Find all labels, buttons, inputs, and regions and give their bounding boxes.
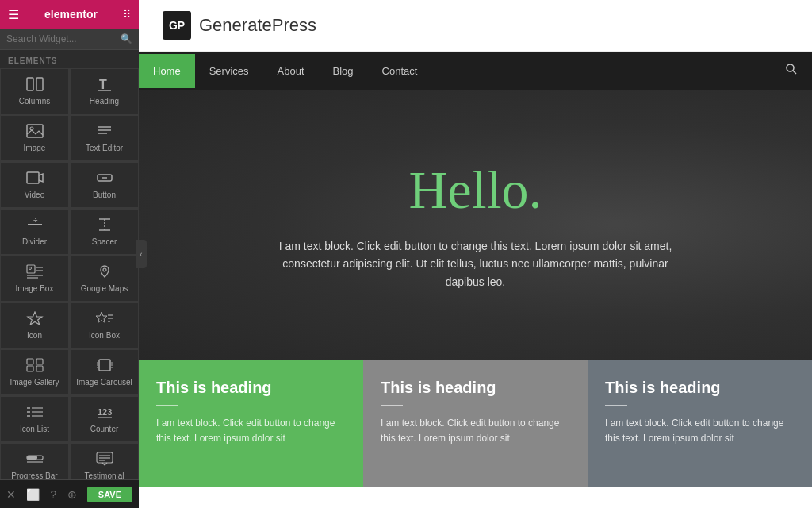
progress-bar-label: Progress Bar (11, 471, 57, 479)
hero-text: I am text block. Click edit button to ch… (270, 237, 682, 291)
site-header: GP GeneratePress (139, 0, 812, 52)
collapse-arrow-icon: ‹ (140, 250, 142, 259)
image-gallery-icon (26, 358, 44, 375)
heading-label: Heading (90, 97, 119, 106)
element-image-gallery[interactable]: Image Gallery (0, 349, 69, 395)
hero-section: Hello. I am text block. Click edit butto… (139, 90, 812, 360)
svg-rect-49 (27, 456, 37, 460)
hero-title: Hello. (270, 159, 682, 221)
image-box-icon (26, 264, 44, 281)
element-video[interactable]: Video (0, 162, 69, 208)
google-maps-label: Google Maps (81, 284, 128, 293)
nav-item-blog[interactable]: Blog (319, 54, 368, 88)
search-input[interactable] (6, 33, 109, 44)
svg-rect-30 (36, 359, 43, 364)
counter-icon: 123 (96, 405, 113, 421)
svg-point-23 (103, 268, 106, 271)
element-image-carousel[interactable]: Image Carousel (70, 349, 139, 395)
counter-label: Counter (90, 425, 119, 433)
svg-rect-32 (36, 366, 43, 371)
card-1-divider (156, 405, 178, 406)
image-carousel-label: Image Carousel (76, 378, 132, 387)
site-name: GeneratePress (199, 15, 316, 36)
element-text-editor[interactable]: Text Editor (70, 115, 139, 161)
nav-item-contact[interactable]: Contact (368, 54, 432, 88)
search-bar: 🔍 (0, 29, 139, 50)
testimonial-icon (96, 452, 113, 468)
element-icon-list[interactable]: Icon List (0, 396, 69, 442)
element-counter[interactable]: 123 Counter (70, 396, 139, 442)
hamburger-icon[interactable]: ☰ (8, 7, 19, 22)
nav-item-about[interactable]: About (263, 54, 319, 88)
svg-text:÷: ÷ (33, 217, 38, 225)
close-icon[interactable]: ✕ (6, 488, 16, 501)
image-label: Image (24, 144, 46, 152)
svg-rect-4 (27, 125, 43, 137)
help-icon[interactable]: ? (51, 488, 57, 501)
main-content: GP GeneratePress Home Services About Blo… (139, 0, 812, 508)
card-3-heading: This is heading (605, 379, 795, 397)
icon-box-icon (96, 311, 113, 328)
sidebar-title: elementor (44, 8, 98, 21)
hero-content: Hello. I am text block. Click edit butto… (238, 159, 714, 291)
card-1-text: I am text block. Click edit button to ch… (156, 416, 346, 446)
site-nav: Home Services About Blog Contact (139, 52, 812, 90)
nav-item-home[interactable]: Home (139, 54, 195, 88)
text-editor-icon (96, 124, 113, 140)
svg-rect-33 (99, 360, 110, 371)
layout-icon[interactable]: ⬜ (26, 488, 40, 501)
card-3: This is heading I am text block. Click e… (588, 360, 812, 487)
settings-icon[interactable]: ⊕ (67, 488, 77, 501)
grid-icon[interactable]: ⠿ (123, 8, 131, 21)
google-maps-icon (96, 264, 113, 281)
nav-search-icon[interactable] (771, 52, 812, 90)
svg-rect-29 (27, 359, 33, 364)
element-image[interactable]: Image (0, 115, 69, 161)
card-1-heading: This is heading (156, 379, 346, 397)
testimonial-label: Testimonial (84, 471, 124, 479)
button-label: Button (93, 190, 116, 199)
element-icon[interactable]: Icon (0, 302, 69, 348)
heading-icon: T (96, 77, 113, 94)
spacer-label: Spacer (92, 237, 117, 246)
image-icon (26, 124, 44, 140)
icon-list-icon (26, 405, 44, 421)
card-3-text: I am text block. Click edit button to ch… (605, 416, 795, 446)
svg-rect-1 (36, 78, 43, 90)
sidebar: ☰ elementor ⠿ 🔍 ELEMENTS Columns (0, 0, 139, 508)
element-progress-bar[interactable]: Progress Bar (0, 443, 69, 479)
card-1: This is heading I am text block. Click e… (139, 360, 363, 487)
element-google-maps[interactable]: Google Maps (70, 256, 139, 302)
save-button[interactable]: SAVE (87, 487, 132, 502)
columns-label: Columns (19, 97, 50, 106)
element-heading[interactable]: T Heading (70, 68, 139, 114)
svg-rect-31 (27, 366, 33, 371)
collapse-handle[interactable]: ‹ (136, 240, 147, 268)
element-icon-box[interactable]: Icon Box (70, 302, 139, 348)
icon-list-label: Icon List (20, 425, 49, 433)
text-editor-label: Text Editor (86, 144, 123, 152)
icon-box-label: Icon Box (89, 331, 120, 340)
sidebar-bottom: ✕ ⬜ ? ⊕ SAVE (0, 479, 139, 508)
element-columns[interactable]: Columns (0, 68, 69, 114)
card-2-heading: This is heading (381, 379, 570, 397)
svg-line-56 (793, 71, 796, 74)
element-button[interactable]: Button (70, 162, 139, 208)
element-image-box[interactable]: Image Box (0, 256, 69, 302)
image-box-label: Image Box (16, 284, 54, 293)
svg-text:123: 123 (98, 407, 112, 417)
sidebar-header: ☰ elementor ⠿ (0, 0, 139, 29)
svg-rect-9 (27, 172, 39, 183)
nav-item-services[interactable]: Services (195, 54, 263, 88)
card-2-text: I am text block. Click edit button to ch… (381, 416, 570, 446)
icon-element-icon (26, 311, 44, 328)
svg-text:T: T (99, 78, 107, 91)
element-spacer[interactable]: Spacer (70, 209, 139, 255)
svg-point-18 (29, 267, 31, 270)
elements-label: ELEMENTS (0, 50, 139, 68)
element-divider[interactable]: ÷ Divider (0, 209, 69, 255)
card-3-divider (605, 405, 627, 406)
elements-grid: Columns T Heading (0, 68, 139, 479)
element-testimonial[interactable]: Testimonial (70, 443, 139, 479)
cards-section: This is heading I am text block. Click e… (139, 360, 812, 487)
